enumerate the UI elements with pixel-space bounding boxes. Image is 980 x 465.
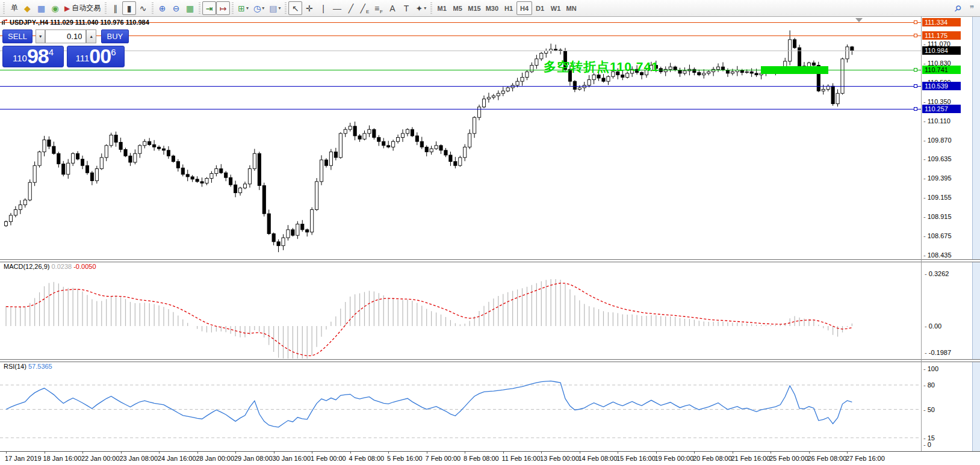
time-label: 11 Feb 16:00 bbox=[502, 455, 541, 462]
chart-title: USDJPY-,H4 111.029 111.040 110.976 110.9… bbox=[10, 19, 149, 26]
time-label: 20 Feb 08:00 bbox=[693, 455, 732, 462]
time-tick bbox=[427, 452, 427, 454]
horizontal-line-110.539[interactable] bbox=[0, 86, 921, 87]
line-handle[interactable] bbox=[914, 107, 917, 111]
time-label: 5 Feb 16:00 bbox=[387, 455, 423, 462]
rsi-axis-label: 50 bbox=[923, 406, 935, 413]
chat-icon[interactable]: ❞ bbox=[965, 1, 979, 15]
buy-price-big: 00 bbox=[89, 46, 111, 66]
price-tick: 109.635 bbox=[923, 155, 952, 162]
time-tick bbox=[694, 452, 695, 454]
line-handle[interactable] bbox=[914, 84, 917, 88]
time-tick bbox=[465, 452, 465, 454]
chart-shift-marker[interactable] bbox=[855, 18, 863, 22]
line-handle[interactable] bbox=[914, 34, 917, 37]
rsi-name: RSI(14) bbox=[4, 363, 26, 370]
macd-axis-label: 0.00 bbox=[923, 322, 941, 330]
time-tick bbox=[541, 452, 542, 454]
time-label: 18 Jan 16:00 bbox=[43, 455, 82, 462]
pivot-annotation: 多空转折点110.741 bbox=[544, 58, 659, 75]
green-zone-rect[interactable] bbox=[761, 66, 828, 74]
rsi-axis-label: 15 bbox=[923, 434, 935, 442]
time-label: 17 Jan 2019 bbox=[5, 455, 42, 462]
time-label: 22 Jan 00:00 bbox=[81, 455, 120, 462]
sell-price-big: 98 bbox=[27, 46, 49, 66]
horizontal-line-110.257[interactable] bbox=[0, 109, 921, 109]
buy-price-small: 111 bbox=[76, 51, 90, 66]
macd-name: MACD(12,26,9) bbox=[4, 263, 49, 270]
time-tick bbox=[235, 452, 236, 454]
line-handle[interactable] bbox=[914, 20, 917, 24]
price-tick: 108.915 bbox=[923, 213, 952, 220]
separator-main-macd[interactable] bbox=[0, 259, 980, 262]
rsi-value: 57.5365 bbox=[28, 363, 52, 370]
price-tick: 108.435 bbox=[923, 251, 952, 259]
horizontal-line-111.175[interactable] bbox=[0, 35, 921, 36]
time-tick bbox=[197, 452, 198, 454]
sell-price-tile[interactable]: 110 98 4 bbox=[2, 46, 64, 67]
time-label: 27 Feb 16:00 bbox=[846, 455, 885, 462]
price-tick: 108.675 bbox=[923, 232, 952, 239]
price-badge-111.175: 111.175 bbox=[922, 31, 961, 40]
time-tick bbox=[809, 452, 810, 454]
time-label: 19 Feb 00:00 bbox=[655, 455, 694, 462]
buy-price-tile[interactable]: 111 00 6 bbox=[67, 46, 125, 67]
time-tick bbox=[771, 452, 771, 454]
price-tick: 110.110 bbox=[923, 117, 951, 125]
time-label: 21 Feb 16:00 bbox=[731, 455, 771, 462]
price-tick: 109.395 bbox=[923, 174, 952, 182]
time-tick bbox=[82, 452, 83, 454]
time-label: 29 Jan 08:00 bbox=[234, 455, 273, 462]
sell-price-sup: 4 bbox=[49, 48, 54, 57]
time-tick bbox=[580, 452, 580, 454]
time-tick bbox=[312, 452, 312, 454]
volume-step-up[interactable]: ▲ bbox=[86, 29, 96, 43]
time-tick bbox=[274, 452, 274, 454]
volume-input[interactable] bbox=[45, 29, 86, 43]
separator-macd-rsi[interactable] bbox=[0, 359, 980, 362]
macd-label: MACD(12,26,9) 0.0238 -0.0050 bbox=[4, 263, 96, 270]
time-tick bbox=[656, 452, 657, 454]
macd-signal-value: -0.0050 bbox=[73, 263, 96, 270]
mt4-window: 单◆▦◉▶自动交易∥▮∿⊕⊖▦⇥↦⊞▾◷▾▤▾↖✛|—╱╱E≡FAT✦▾M1M5… bbox=[0, 0, 980, 465]
price-badge-110.984: 110.984 bbox=[922, 46, 961, 55]
time-tick bbox=[847, 452, 848, 454]
search-icon[interactable]: ⚲ bbox=[951, 1, 965, 15]
time-tick bbox=[45, 452, 45, 454]
time-label: 26 Feb 08:00 bbox=[808, 455, 847, 462]
price-tick: 109.870 bbox=[923, 137, 952, 144]
time-label: 24 Jan 16:00 bbox=[158, 455, 196, 462]
time-axis: 17 Jan 201918 Jan 16:0022 Jan 00:0023 Ja… bbox=[0, 451, 980, 465]
rsi-axis-label: 80 bbox=[923, 381, 935, 389]
buy-button[interactable]: BUY bbox=[101, 29, 129, 43]
price-tick: 109.155 bbox=[923, 194, 952, 201]
time-label: 8 Feb 08:00 bbox=[464, 455, 499, 462]
time-label: 4 Feb 08:00 bbox=[349, 455, 385, 462]
rsi-label: RSI(14) 57.5365 bbox=[4, 363, 52, 370]
price-badge-110.539: 110.539 bbox=[922, 82, 961, 90]
price-badge-110.741: 110.741 bbox=[922, 66, 961, 74]
window-scrollbar[interactable] bbox=[972, 17, 980, 465]
time-label: 13 Feb 00:00 bbox=[540, 455, 579, 462]
time-label: 1 Feb 00:00 bbox=[311, 455, 346, 462]
one-click-trading-panel: SELL ▼ ▲ BUY 110 98 4 111 00 6 bbox=[2, 29, 129, 67]
time-label: 15 Feb 16:00 bbox=[616, 455, 656, 462]
price-badge-110.257: 110.257 bbox=[922, 105, 961, 113]
price-badge-111.334: 111.334 bbox=[922, 18, 961, 26]
sell-button[interactable]: SELL bbox=[2, 29, 33, 43]
macd-axis-label: 0.3262 bbox=[923, 270, 949, 277]
buy-price-sup: 6 bbox=[111, 48, 116, 57]
time-tick bbox=[503, 452, 504, 454]
volume-step-down[interactable]: ▼ bbox=[36, 29, 45, 43]
time-tick bbox=[618, 452, 618, 454]
horizontal-line-110.984[interactable] bbox=[0, 51, 921, 51]
line-handle[interactable] bbox=[914, 68, 917, 72]
rsi-axis-label: 0 bbox=[923, 441, 931, 448]
macd-main-value: 0.0238 bbox=[51, 263, 72, 270]
price-tick: 110.350 bbox=[923, 98, 951, 105]
price-axis-border bbox=[921, 17, 922, 451]
time-label: 30 Jan 16:00 bbox=[273, 455, 311, 462]
time-tick bbox=[121, 452, 122, 454]
time-label: 25 Feb 00:00 bbox=[769, 455, 808, 462]
time-tick bbox=[350, 452, 351, 454]
